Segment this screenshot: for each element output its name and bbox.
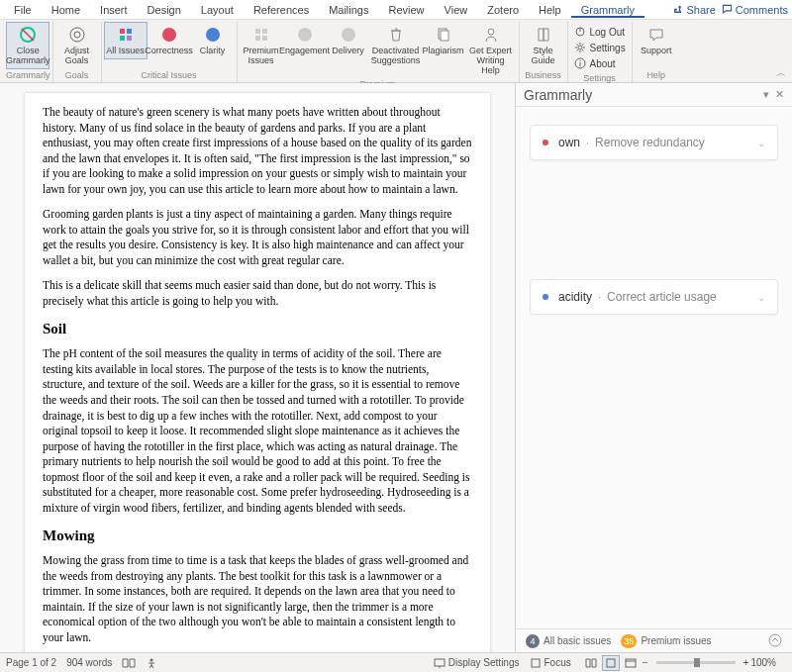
correctness-button[interactable]: Correctness (148, 22, 191, 59)
pane-footer: 4 All basic issues 35 Premium issues (516, 628, 792, 652)
close-grammarly-icon (18, 25, 38, 45)
accessibility-icon (146, 657, 157, 669)
tab-view[interactable]: View (435, 2, 478, 18)
plagiarism-button[interactable]: Plagiarism (422, 22, 465, 59)
read-mode-button[interactable] (582, 655, 600, 671)
engagement-button[interactable]: Engagement (283, 22, 327, 59)
heading-soil[interactable]: Soil (43, 319, 472, 338)
scroll-top-button[interactable] (768, 633, 782, 649)
tab-layout[interactable]: Layout (191, 2, 244, 18)
web-layout-icon (625, 658, 637, 668)
pane-dropdown-button[interactable]: ▾ (763, 88, 769, 101)
zoom-level[interactable]: 100% (750, 657, 776, 668)
tab-mailings[interactable]: Mailings (319, 2, 378, 18)
clarity-button[interactable]: Clarity (191, 22, 235, 59)
focus-button[interactable]: Focus (530, 657, 571, 669)
display-icon (434, 657, 446, 669)
tab-help[interactable]: Help (529, 2, 571, 18)
tab-review[interactable]: Review (379, 2, 435, 18)
issue-dot-icon (543, 294, 548, 300)
paragraph[interactable]: Grooming garden plants is just a tiny as… (43, 207, 472, 268)
comments-button[interactable]: Comments (722, 4, 788, 16)
group-label: Goals (65, 70, 89, 82)
web-layout-button[interactable] (622, 655, 640, 671)
svg-rect-25 (607, 659, 615, 667)
all-issues-button[interactable]: All Issues (104, 22, 148, 59)
group-label: Settings (583, 73, 616, 85)
tab-file[interactable]: File (4, 2, 42, 18)
issue-hint: Correct article usage (607, 290, 717, 304)
engagement-icon (295, 25, 315, 45)
basic-issues-label[interactable]: All basic issues (544, 635, 611, 646)
document-page[interactable]: The beauty of nature's green scenery is … (25, 93, 490, 652)
basic-count-badge: 4 (526, 634, 540, 648)
share-button[interactable]: Share (672, 4, 715, 16)
premium-icon (251, 25, 271, 45)
word-count[interactable]: 904 words (66, 657, 112, 668)
delivery-button[interactable]: Delivery (327, 22, 370, 59)
pane-body[interactable]: own · Remove redundancy ⌄ acidity · Corr… (516, 107, 792, 628)
close-grammarly-button[interactable]: Close Grammarly (6, 22, 50, 69)
issue-card[interactable]: own · Remove redundancy ⌄ (530, 125, 778, 160)
focus-icon (530, 657, 542, 669)
all-issues-icon (116, 25, 136, 45)
tab-insert[interactable]: Insert (90, 2, 138, 18)
tab-zotero[interactable]: Zotero (477, 2, 529, 18)
tab-references[interactable]: References (244, 2, 319, 18)
style-guide-button[interactable]: Style Guide (522, 22, 565, 69)
page-indicator[interactable]: Page 1 of 2 (6, 657, 56, 668)
premium-issues-button[interactable]: Premium Issues (240, 22, 283, 69)
print-layout-button[interactable] (602, 655, 620, 671)
display-settings-button[interactable]: Display Settings (434, 657, 520, 669)
premium-issues-label[interactable]: Premium issues (641, 635, 711, 646)
svg-point-19 (578, 46, 582, 49)
about-button[interactable]: About (574, 55, 626, 71)
paragraph[interactable]: The beauty of nature's green scenery is … (43, 105, 472, 197)
zoom-knob[interactable] (694, 658, 700, 667)
svg-rect-11 (255, 36, 260, 41)
issue-card[interactable]: acidity · Correct article usage ⌄ (530, 279, 778, 315)
svg-point-7 (162, 28, 176, 42)
zoom-in-button[interactable]: + (743, 657, 749, 668)
chevron-icon: ⌄ (757, 292, 765, 303)
paragraph[interactable]: Mowing the grass from time to time is a … (43, 553, 472, 645)
zoom-out-button[interactable]: − (643, 657, 648, 668)
book-icon (534, 25, 553, 45)
zoom-slider[interactable] (656, 661, 736, 664)
adjust-goals-button[interactable]: Adjust Goals (55, 22, 99, 69)
paragraph[interactable]: The pH content of the soil measures the … (43, 346, 472, 516)
ribbon: Close Grammarly Grammarly Adjust Goals G… (0, 20, 792, 83)
spellcheck-button[interactable] (122, 657, 136, 669)
read-mode-icon (585, 658, 597, 668)
issue-dot-icon (543, 140, 548, 145)
svg-point-21 (769, 634, 781, 646)
support-button[interactable]: Support (635, 22, 678, 59)
svg-point-22 (150, 658, 153, 661)
logout-icon (574, 26, 586, 38)
group-label: Grammarly (6, 70, 50, 82)
svg-rect-4 (127, 29, 132, 34)
logout-button[interactable]: Log Out (574, 24, 626, 40)
get-expert-button[interactable]: Get Expert Writing Help (465, 22, 517, 79)
issue-word: acidity (558, 290, 592, 304)
tab-home[interactable]: Home (42, 2, 90, 18)
group-label: Critical Issues (141, 70, 196, 82)
support-icon (646, 25, 666, 45)
svg-rect-3 (120, 29, 125, 34)
settings-button[interactable]: Settings (574, 40, 626, 55)
paragraph[interactable]: This is a delicate skill that seems much… (43, 278, 472, 309)
tab-design[interactable]: Design (138, 2, 191, 18)
svg-rect-9 (255, 29, 260, 34)
group-label: Business (525, 70, 561, 82)
accessibility-button[interactable] (146, 657, 157, 669)
svg-rect-12 (262, 36, 267, 41)
tab-grammarly[interactable]: Grammarly (571, 2, 644, 18)
heading-mowing[interactable]: Mowing (43, 526, 472, 545)
pane-title: Grammarly (524, 87, 757, 103)
svg-rect-5 (120, 36, 125, 41)
pane-close-button[interactable]: ✕ (775, 88, 784, 101)
deactivated-suggestions-button[interactable]: Deactivated Suggestions (370, 22, 422, 69)
svg-rect-6 (127, 36, 132, 41)
document-viewport[interactable]: The beauty of nature's green scenery is … (0, 83, 515, 652)
collapse-ribbon-button[interactable]: ︿ (776, 66, 786, 80)
